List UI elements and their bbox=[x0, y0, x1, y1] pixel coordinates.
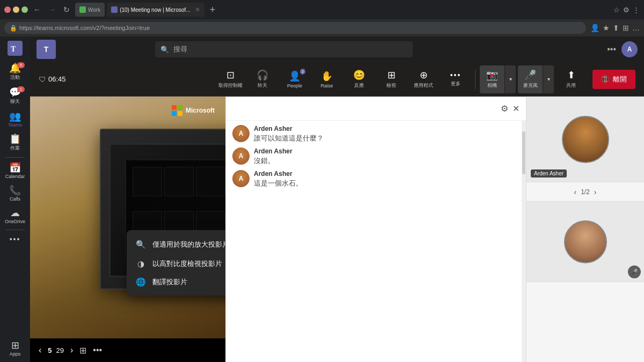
sidebar-item-more[interactable]: ••• bbox=[1, 232, 29, 246]
pagination-bar: ‹ 1/2 › bbox=[526, 182, 644, 202]
ms-green-square bbox=[178, 105, 182, 110]
sidebar-item-teams[interactable]: 👥 Teams bbox=[1, 108, 29, 131]
user-avatar-header[interactable]: A bbox=[621, 41, 638, 57]
ms-blue-square bbox=[172, 111, 177, 116]
scrollbar-thumb bbox=[522, 131, 525, 174]
prev-slide-button[interactable]: ‹ bbox=[36, 343, 43, 357]
teams-header: T 🔍 搜尋 ••• A bbox=[30, 36, 644, 62]
grid-view-button[interactable]: ⊞ bbox=[79, 345, 86, 356]
chat-panel: ⚙ ✕ A Arden Asher 誰可以知道這是什麼？ bbox=[225, 97, 526, 362]
more-icon: ••• bbox=[10, 235, 21, 243]
chat-message-3: A Arden Asher 這是一個水石。 bbox=[232, 170, 515, 188]
zoom-icon: 🔍 bbox=[135, 240, 146, 249]
share-icon: ⬆ bbox=[567, 69, 575, 81]
raise-button[interactable]: ✋ Raise bbox=[312, 65, 342, 93]
people-icon: 👤 bbox=[289, 70, 301, 82]
camera-control: 📷× 相機 ▾ bbox=[480, 65, 516, 93]
apps-toolbar-button[interactable]: ⊕ 應用程式 bbox=[408, 65, 438, 93]
teams-logo-header: T bbox=[36, 40, 56, 59]
extensions-icon[interactable]: ⚙ bbox=[623, 6, 630, 14]
header-actions: ••• A bbox=[607, 41, 638, 57]
minimize-dot[interactable] bbox=[13, 6, 19, 13]
mic-button[interactable]: 🎤 麥克風 bbox=[518, 65, 543, 93]
camera-dropdown-arrow[interactable]: ▾ bbox=[505, 65, 516, 93]
translate-option[interactable]: 🌐 翻譯投影片 › bbox=[127, 273, 225, 291]
end-call-button[interactable]: 📵 離開 bbox=[592, 70, 635, 89]
high-contrast-option[interactable]: ◑ 以高對比度檢視投影片 bbox=[127, 255, 225, 273]
sidebar-separator-2 bbox=[5, 230, 25, 230]
share-browser-icon[interactable]: ⬆ bbox=[613, 24, 619, 32]
calls-icon: 📞 bbox=[9, 186, 21, 195]
chat-content: A Arden Asher 誰可以知道這是什麼？ A bbox=[226, 121, 526, 362]
chat-text-2: 沒錯。 bbox=[254, 156, 515, 166]
view-button[interactable]: ⊞ 檢視 bbox=[376, 65, 406, 93]
participant-name-1: Arden Asher bbox=[531, 169, 567, 178]
context-menu: 🔍 僅適用於我的放大投影片 − + ◑ 以高對比度檢視投影片 bbox=[127, 230, 225, 295]
translate-icon: 🌐 bbox=[135, 277, 146, 287]
next-slide-button[interactable]: › bbox=[68, 343, 75, 357]
listen-button[interactable]: 🎧 聆天 bbox=[247, 65, 277, 93]
chat-body-1: Arden Asher 誰可以知道這是什麼？ bbox=[254, 125, 515, 143]
people-count-badge: 3 bbox=[300, 69, 305, 75]
security-icon: 🛡 bbox=[39, 75, 46, 84]
more-controls-button[interactable]: ••• bbox=[91, 343, 104, 357]
maximize-dot[interactable] bbox=[21, 6, 28, 13]
slide-pagination: 5 29 bbox=[48, 346, 64, 354]
camera-button[interactable]: 📷× 相機 bbox=[480, 65, 504, 93]
mic-dropdown-arrow[interactable]: ▾ bbox=[543, 65, 554, 93]
participant-avatar-2 bbox=[526, 202, 644, 282]
sidebar-item-apps[interactable]: ⊞ Apps bbox=[1, 337, 29, 360]
window-controls bbox=[4, 6, 28, 13]
page-prev-button[interactable]: ‹ bbox=[574, 188, 576, 196]
sidebar-item-calendar[interactable]: 📅 Calendar bbox=[1, 160, 29, 182]
zoom-only-me-option[interactable]: 🔍 僅適用於我的放大投影片 − + bbox=[127, 234, 225, 255]
teams-tab[interactable]: (10) Meeting now | Microsof... ✕ bbox=[107, 3, 204, 17]
current-page: 5 bbox=[48, 346, 52, 354]
sidebar-item-chat[interactable]: 💬 1 聊天 bbox=[1, 84, 29, 108]
more-toolbar-button[interactable]: ••• 更多 bbox=[441, 65, 471, 93]
user-profile-browser-icon[interactable]: 👤 bbox=[590, 24, 599, 32]
address-bar[interactable]: 🔒 https://teams.microsoft.com/v2/?meetin… bbox=[4, 22, 586, 34]
more-browser-icon[interactable]: ⋮ bbox=[633, 6, 640, 14]
refresh-button[interactable]: ↻ bbox=[61, 5, 72, 14]
back-button[interactable]: ← bbox=[31, 5, 43, 14]
lock-icon: 🔒 bbox=[10, 25, 17, 32]
chat-close-button[interactable]: ✕ bbox=[513, 104, 519, 114]
chat-sender-2: Arden Asher bbox=[254, 147, 515, 155]
avatar-inner-1: A bbox=[232, 125, 250, 142]
chat-message-2: A Arden Asher 沒錯。 bbox=[232, 147, 515, 166]
header-more-button[interactable]: ••• bbox=[607, 45, 616, 54]
participant-video-2: 🎤 bbox=[526, 202, 644, 282]
more-tools-icon[interactable]: … bbox=[632, 24, 640, 32]
sidebar-item-calls[interactable]: 📞 Calls bbox=[1, 182, 29, 205]
sidebar-item-activity[interactable]: 🔔 9 活動 bbox=[1, 60, 29, 84]
browser-toolbar: 👤 ★ ⬆ ⊞ … bbox=[590, 24, 640, 32]
collections-icon[interactable]: ⊞ bbox=[623, 24, 629, 32]
bookmark-icon[interactable]: ☆ bbox=[613, 6, 620, 14]
participant-mute-2[interactable]: 🎤 bbox=[628, 265, 641, 278]
search-bar[interactable]: 🔍 搜尋 bbox=[155, 41, 413, 57]
sidebar-item-onedrive[interactable]: ☁ OneDrive bbox=[1, 205, 29, 227]
share-button[interactable]: ⬆ 共用 bbox=[556, 65, 586, 93]
more-toolbar-icon: ••• bbox=[450, 71, 462, 79]
work-tab[interactable]: Work bbox=[75, 3, 105, 17]
close-dot[interactable] bbox=[4, 6, 11, 13]
mic-off-icon: 🎤 bbox=[524, 69, 536, 81]
sidebar-item-tasks[interactable]: 📋 作業 bbox=[1, 131, 29, 155]
chat-settings-button[interactable]: ⚙ bbox=[501, 104, 508, 114]
get-control-button[interactable]: ⊡ 取得控制權 bbox=[215, 65, 245, 93]
reactions-button[interactable]: 😊 反應 bbox=[344, 65, 374, 93]
browser-tabs: Work (10) Meeting now | Microsof... ✕ + bbox=[75, 3, 610, 17]
forward-button[interactable]: → bbox=[46, 5, 58, 14]
chat-body-3: Arden Asher 這是一個水石。 bbox=[254, 170, 515, 188]
people-button[interactable]: 👤 3 People bbox=[280, 65, 310, 93]
chat-avatar-3: A bbox=[232, 170, 250, 187]
sidebar: T 🔔 9 活動 💬 1 聊天 👥 Teams 📋 作業 📅 Calendar bbox=[0, 36, 30, 362]
add-tab-button[interactable]: + bbox=[207, 4, 219, 16]
chat-header: ⚙ ✕ bbox=[226, 97, 526, 121]
star-icon[interactable]: ★ bbox=[603, 24, 610, 32]
browser-action-bar: ☆ ⚙ ⋮ bbox=[613, 6, 640, 14]
page-next-button[interactable]: › bbox=[594, 188, 597, 196]
chat-scrollbar[interactable] bbox=[522, 121, 526, 362]
activity-badge: 9 bbox=[17, 62, 25, 68]
